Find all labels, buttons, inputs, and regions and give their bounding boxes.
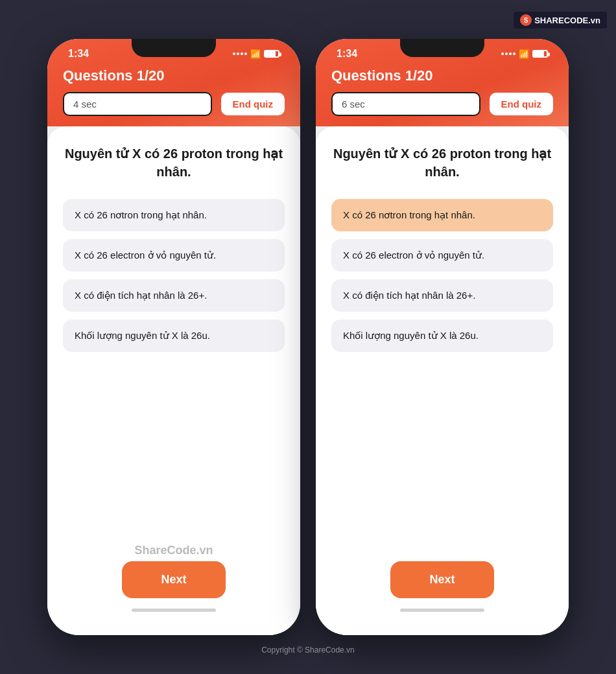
dot4-r xyxy=(513,52,515,55)
status-icons-left: 📶 xyxy=(233,49,279,59)
wifi-icon-right: 📶 xyxy=(519,49,529,59)
answer-item-1-left[interactable]: X có 26 electron ở vỏ nguyên tử. xyxy=(63,239,285,272)
answer-item-2-right[interactable]: X có điện tích hạt nhân là 26+. xyxy=(331,279,553,312)
dot1-r xyxy=(501,52,504,55)
questions-title-right: Questions 1/20 xyxy=(331,62,553,92)
question-text-left: Nguyên tử X có 26 proton trong hạt nhân. xyxy=(63,145,285,181)
answer-item-0-right[interactable]: X có 26 nơtron trong hạt nhân. xyxy=(331,199,553,231)
phone-left: 1:34 📶 Questions 1/20 4 sec End quiz N xyxy=(47,39,300,635)
answer-item-2-left[interactable]: X có điện tích hạt nhân là 26+. xyxy=(63,279,285,312)
timer-display-left: 4 sec xyxy=(63,92,212,116)
status-time-left: 1:34 xyxy=(68,48,89,60)
content-card-left: Nguyên tử X có 26 proton trong hạt nhân.… xyxy=(47,126,300,635)
copyright-text: Copyright © ShareCode.vn xyxy=(261,645,355,655)
battery-icon-right xyxy=(532,50,548,58)
timer-display-right: 6 sec xyxy=(331,92,480,116)
sharecode-watermark: S SHARECODE.vn xyxy=(514,12,607,29)
answer-item-0-left[interactable]: X có 26 nơtron trong hạt nhân. xyxy=(63,199,285,231)
answer-item-3-left[interactable]: Khối lượng nguyên tử X là 26u. xyxy=(63,320,285,352)
dot3-r xyxy=(509,52,512,55)
watermark-icon: S xyxy=(520,14,532,26)
dot4 xyxy=(244,52,247,55)
answer-item-3-right[interactable]: Khối lượng nguyên tử X là 26u. xyxy=(331,320,553,352)
questions-title-left: Questions 1/20 xyxy=(63,62,285,92)
notch-right xyxy=(400,39,484,57)
notch-left xyxy=(132,39,216,57)
signal-dots-right xyxy=(501,52,515,55)
dot2 xyxy=(237,52,239,55)
wifi-icon-left: 📶 xyxy=(250,49,261,59)
battery-fill-right xyxy=(534,51,544,56)
battery-fill-left xyxy=(265,51,276,56)
phone-right-body: Nguyên tử X có 26 proton trong hạt nhân.… xyxy=(316,126,569,635)
battery-icon-left xyxy=(264,50,279,58)
end-quiz-button-right[interactable]: End quiz xyxy=(490,93,554,115)
signal-dots-left xyxy=(233,52,247,55)
answer-item-1-right[interactable]: X có 26 electron ở vỏ nguyên tử. xyxy=(331,239,553,272)
phone-right: 1:34 📶 Questions 1/20 6 sec End quiz N xyxy=(316,39,569,635)
dot3 xyxy=(241,52,243,55)
timer-row-left: 4 sec End quiz xyxy=(63,92,285,126)
status-time-right: 1:34 xyxy=(337,48,357,60)
dot2-r xyxy=(505,52,508,55)
dot1 xyxy=(233,52,235,55)
share-watermark-left: ShareCode.vn xyxy=(134,544,213,557)
content-card-right: Nguyên tử X có 26 proton trong hạt nhân.… xyxy=(316,126,569,635)
question-text-right: Nguyên tử X có 26 proton trong hạt nhân. xyxy=(331,145,553,181)
watermark-label: SHARECODE.vn xyxy=(534,16,600,25)
status-icons-right: 📶 xyxy=(501,49,548,59)
timer-row-right: 6 sec End quiz xyxy=(331,92,553,126)
phone-left-body: Nguyên tử X có 26 proton trong hạt nhân.… xyxy=(47,126,300,635)
home-indicator-right xyxy=(400,609,484,612)
next-button-left[interactable]: Next xyxy=(122,561,226,598)
next-button-right[interactable]: Next xyxy=(390,561,494,598)
home-indicator-left xyxy=(132,609,216,612)
end-quiz-button-left[interactable]: End quiz xyxy=(221,93,285,115)
answer-list-right: X có 26 nơtron trong hạt nhân. X có 26 e… xyxy=(331,199,553,546)
answer-list-left: X có 26 nơtron trong hạt nhân. X có 26 e… xyxy=(63,199,285,546)
